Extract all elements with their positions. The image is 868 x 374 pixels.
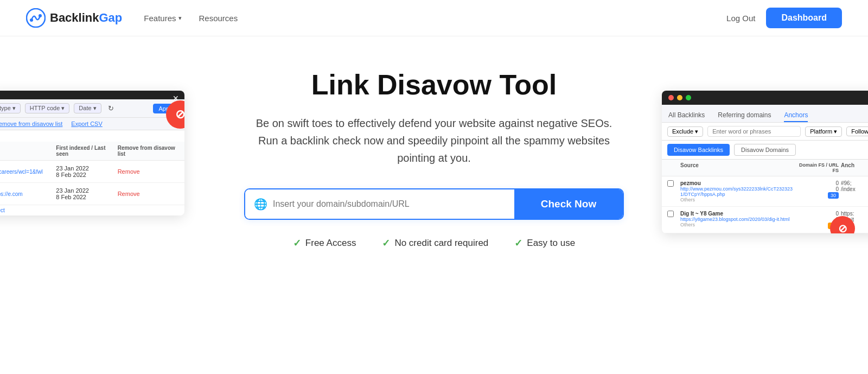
ss-left-toolbar: type ▾ HTTP code ▾ Date ▾ ↻ Apply [0, 99, 184, 118]
nav-resources[interactable]: Resources [199, 14, 238, 23]
logout-button[interactable]: Log Out [726, 14, 755, 23]
screenshot-right: All Backlinks Referring domains Anchors … [662, 91, 868, 233]
hero-content: Link Disavow Tool Be on swift toes to ef… [244, 69, 624, 249]
check-now-button[interactable]: Check Now [514, 189, 623, 219]
ss-left-action-bar: Remove from disavow list Export CSV ⊘ [0, 118, 184, 142]
dot-green [686, 95, 691, 100]
dashboard-button[interactable]: Dashboard [766, 8, 842, 28]
dot-yellow [677, 95, 682, 100]
check-icon-2: ✓ [382, 237, 390, 249]
ss-right-btns: Disavow Backlinks Disavow Domains [662, 141, 868, 160]
row-checkbox-2[interactable] [667, 211, 674, 217]
ss-action-bar: Remove from disavow list Export CSV [0, 118, 184, 130]
nav-links: Features ▾ Resources [144, 14, 238, 23]
table-row: s/careers/wcl=1&fwl 23 Jan 2022 8 Feb 20… [0, 161, 184, 183]
refresh-icon[interactable]: ↻ [108, 104, 114, 112]
logo-icon [26, 8, 46, 28]
filter-http[interactable]: HTTP code ▾ [25, 103, 70, 113]
ss-right-table-header: Source Domain FS / URL FS Anch [662, 160, 868, 176]
navbar-right: Log Out Dashboard [726, 8, 842, 28]
export-csv-link[interactable]: Export CSV [71, 121, 102, 127]
table-row: Dig It ~ Y8 Game https://y8game23.blogsp… [662, 207, 868, 233]
ss-right-tabs: All Backlinks Referring domains Anchors [662, 105, 868, 123]
svg-point-1 [30, 18, 33, 22]
filter-exclude[interactable]: Exclude ▾ [667, 126, 703, 137]
benefit-no-credit-card: ✓ No credit card required [382, 237, 488, 249]
hero-section: ✕ type ▾ HTTP code ▾ Date ▾ ↻ Apply Remo… [0, 36, 868, 351]
tab-referring-domains[interactable]: Referring domains [718, 109, 771, 122]
tab-anchors[interactable]: Anchors [784, 109, 808, 122]
svg-point-2 [39, 14, 42, 17]
check-icon-1: ✓ [293, 237, 301, 249]
table-row: ttps://e.com 23 Jan 2022 8 Feb 2022 Remo… [0, 183, 184, 205]
filter-phrase-input[interactable] [707, 126, 801, 137]
benefit-free-access: ✓ Free Access [293, 237, 356, 249]
benefit-easy-to-use: ✓ Easy to use [514, 237, 575, 249]
ss-left-header: First indexed / Last seen Remove from di… [0, 142, 184, 161]
tab-all-backlinks[interactable]: All Backlinks [668, 109, 705, 122]
check-icon-3: ✓ [514, 237, 522, 249]
ss-left-titlebar: ✕ [0, 91, 184, 99]
row-checkbox-1[interactable] [667, 180, 674, 187]
filter-type[interactable]: type ▾ [0, 103, 21, 113]
page-title: Link Disavow Tool [244, 69, 624, 102]
remove-disavow-link[interactable]: Remove from disavow list [0, 121, 62, 127]
dot-red [668, 95, 674, 100]
filter-follow[interactable]: Follow [846, 126, 868, 136]
disavow-domains-button[interactable]: Disavow Domains [734, 144, 796, 156]
navbar: BacklinkGap Features ▾ Resources Log Out… [0, 0, 868, 36]
chevron-down-icon: ▾ [178, 15, 182, 22]
globe-icon: 🌐 [254, 198, 267, 211]
screenshot-left: ✕ type ▾ HTTP code ▾ Date ▾ ↻ Apply Remo… [0, 91, 184, 215]
ss-right-titlebar [662, 91, 868, 105]
hero-subtitle: Be on swift toes to effectively defend y… [244, 115, 624, 167]
search-box: 🌐 Check Now [244, 188, 624, 220]
search-input-wrap: 🌐 [245, 189, 514, 219]
nav-features[interactable]: Features ▾ [144, 14, 181, 23]
filter-platform[interactable]: Platform ▾ [805, 126, 842, 137]
logo[interactable]: BacklinkGap [26, 8, 122, 28]
filter-date[interactable]: Date ▾ [74, 103, 101, 113]
ss-right-filter: Exclude ▾ Platform ▾ Follow [662, 123, 868, 141]
navbar-left: BacklinkGap Features ▾ Resources [26, 8, 238, 28]
disavow-backlinks-button[interactable]: Disavow Backlinks [667, 144, 730, 156]
logo-text: BacklinkGap [50, 11, 122, 25]
ss-left-extra: irect [0, 205, 184, 215]
benefits-row: ✓ Free Access ✓ No credit card required … [244, 237, 624, 249]
search-input[interactable] [273, 189, 506, 219]
ss-left-bar: ✕ [0, 91, 184, 99]
table-row: pezmou http://www.pezmou.com/sys3222233l… [662, 176, 868, 207]
